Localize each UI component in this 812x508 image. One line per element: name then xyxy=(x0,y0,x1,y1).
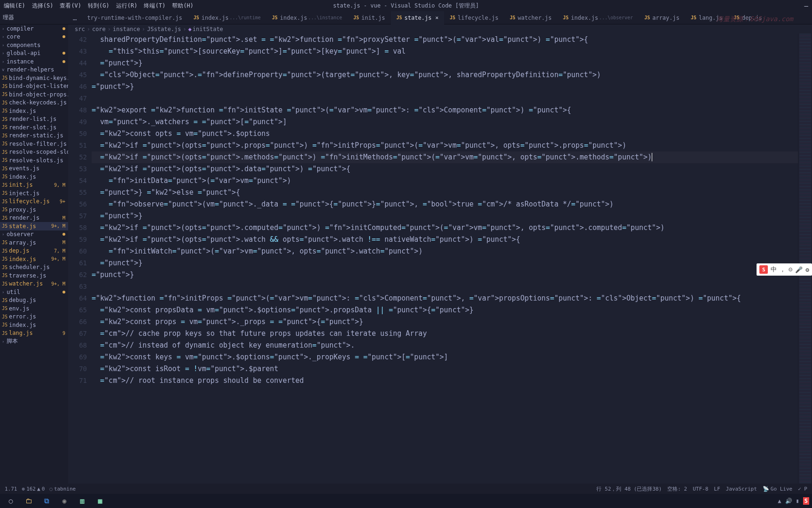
tab-index-js[interactable]: JSindex.js ...\observer xyxy=(557,11,639,24)
folder-item[interactable]: vrender-helpers xyxy=(0,66,68,74)
code-line[interactable]: ="cm">// instead of dynamic object key e… xyxy=(92,340,798,351)
code-line[interactable]: ="this">this="punct">[sourceKey="punct">… xyxy=(92,46,798,57)
code-line[interactable]: ="kw2">const opts = vm="punct">.$options xyxy=(92,128,798,140)
file-item[interactable]: JSindex.js9+, M xyxy=(0,255,68,263)
file-item[interactable]: JSerror.js xyxy=(0,313,68,321)
file-item[interactable]: JSscheduler.js xyxy=(0,263,68,272)
file-item[interactable]: JSproxy.js xyxy=(0,206,68,214)
file-item[interactable]: JSlifecycle.js9+ xyxy=(0,198,68,206)
breadcrumb-item[interactable]: src xyxy=(75,26,85,32)
code-line[interactable]: ="punct">} xyxy=(92,57,798,69)
code-line[interactable]: ="punct">} xyxy=(92,269,798,281)
file-item[interactable]: JSevents.js xyxy=(0,165,68,173)
tab-state-js[interactable]: JSstate.js✕ xyxy=(391,11,444,24)
file-item[interactable]: JSrender-static.js xyxy=(0,132,68,140)
code-editor[interactable]: 4243444546474849505152535455565758596061… xyxy=(68,34,812,484)
code-line[interactable]: ="kw2">if ="punct">(opts="punct">.props=… xyxy=(92,140,798,151)
ime-settings-icon[interactable]: ⚙ xyxy=(805,266,809,273)
ime-punct[interactable]: ， xyxy=(780,265,786,274)
file-item[interactable]: JSdep.js7, M xyxy=(0,247,68,255)
file-item[interactable]: JSstate.js9+, M xyxy=(0,222,68,230)
folder-item[interactable]: ›脚本 xyxy=(0,337,68,346)
tray-network-icon[interactable]: ▲ xyxy=(778,498,781,504)
ime-toolbar[interactable]: S 中 ， ☺ 🎤 ⚙ xyxy=(757,263,812,276)
code-line[interactable]: ="cm">// root instance props should be c… xyxy=(92,375,798,387)
menu-goto[interactable]: 转到(G) xyxy=(88,2,109,10)
ime-lang[interactable]: 中 xyxy=(771,265,777,274)
code-line[interactable]: ="punct">} xyxy=(92,257,798,269)
file-item[interactable]: JSwatcher.js9+, M xyxy=(0,280,68,288)
menu-view[interactable]: 查看(V) xyxy=(60,2,81,10)
file-item[interactable]: JSrender-slot.js xyxy=(0,123,68,132)
tab-try-runtime-with-compiler-js[interactable]: try-runtime-with-compiler.js xyxy=(81,11,187,24)
file-item[interactable]: JSinject.js xyxy=(0,189,68,198)
tray-lang-icon[interactable]: S xyxy=(803,497,809,505)
code-line[interactable]: ="kw2">if ="punct">(opts="punct">.data="… xyxy=(92,163,798,175)
status-spaces[interactable]: 空格: 2 xyxy=(667,485,687,492)
folder-item[interactable]: ›components xyxy=(0,41,68,49)
code-line[interactable]: ="kw2">const isRoot = !vm="punct">.$pare… xyxy=(92,363,798,375)
tray-volume-icon[interactable]: 🔊 xyxy=(785,498,792,504)
file-item[interactable]: JSindex.js xyxy=(0,107,68,115)
code-line[interactable]: ="kw2">const propsData = vm="punct">.$op… xyxy=(92,304,798,316)
breadcrumb[interactable]: src› core› instance› JS state.js› ◈ init… xyxy=(68,24,812,34)
taskbar-obs[interactable]: ◉ xyxy=(56,495,72,507)
code-line[interactable]: ="kw2">if ="punct">(opts="punct">.method… xyxy=(92,151,798,163)
file-item[interactable]: JSresolve-scoped-slots.js xyxy=(0,148,68,157)
status-errors[interactable]: ⊗ 162 ▲ 0 xyxy=(22,486,45,492)
file-item[interactable]: JSenv.js xyxy=(0,304,68,313)
status-line-col[interactable]: 行 52，列 48 (已选择38) xyxy=(596,485,662,492)
file-item[interactable]: JSbind-object-listeners.js xyxy=(0,82,68,91)
file-item[interactable]: JScheck-keycodes.js xyxy=(0,99,68,107)
taskbar-app[interactable]: ▦ xyxy=(92,495,108,507)
status-prettier-icon[interactable]: ✓ P xyxy=(798,486,807,492)
folder-item[interactable]: ›compiler xyxy=(0,24,68,33)
code-line[interactable]: ="kw2">const props = vm="punct">._props … xyxy=(92,316,798,328)
code-line[interactable]: ="kw2">function ="fn">initProps ="punct"… xyxy=(92,293,798,304)
code-line[interactable]: ="fn">initData="punct">(="var">vm="punct… xyxy=(92,175,798,187)
folder-item[interactable]: ›util xyxy=(0,288,68,296)
code-line[interactable] xyxy=(92,93,798,104)
status-language[interactable]: JavaScript xyxy=(726,486,757,492)
code-line[interactable]: vm="punct">._watchers = ="punct">[="punc… xyxy=(92,116,798,128)
explorer-sidebar[interactable]: ›compiler›core›components›global-api›ins… xyxy=(0,24,68,484)
taskbar-file-explorer[interactable]: 🗀 xyxy=(21,495,37,507)
file-item[interactable]: JSindex.js xyxy=(0,321,68,329)
file-item[interactable]: JStraverse.js xyxy=(0,271,68,280)
file-item[interactable]: JSresolve-slots.js xyxy=(0,156,68,165)
tray-battery-icon[interactable]: ▮ xyxy=(796,498,799,504)
code-line[interactable]: ="cls">Object="punct">.="fn">definePrope… xyxy=(92,69,798,81)
code-line[interactable]: ="kw2">const keys = vm="punct">.$options… xyxy=(92,351,798,363)
folder-item[interactable]: ›core xyxy=(0,33,68,41)
file-item[interactable]: JSbind-object-props.js xyxy=(0,90,68,99)
breadcrumb-item[interactable]: state.js xyxy=(154,26,181,32)
code-line[interactable]: ="fn">initWatch="punct">(="var">vm="punc… xyxy=(92,246,798,257)
breadcrumb-item[interactable]: initState xyxy=(193,26,223,32)
menu-run[interactable]: 运行(R) xyxy=(116,2,138,10)
code-line[interactable]: ="punct">} ="kw2">else ="punct">{ xyxy=(92,187,798,198)
file-item[interactable]: JSarray.jsM xyxy=(0,238,68,247)
tab-watcher-js[interactable]: JSwatcher.js xyxy=(504,11,557,24)
sogou-icon[interactable]: S xyxy=(759,265,768,274)
ime-mic-icon[interactable]: 🎤 xyxy=(795,266,803,273)
folder-item[interactable]: ›observer xyxy=(0,230,68,239)
code-line[interactable]: ="punct">} xyxy=(92,210,798,222)
file-item[interactable]: JSindex.js xyxy=(0,173,68,181)
file-item[interactable]: JSresolve-filter.js xyxy=(0,140,68,148)
close-icon[interactable]: ✕ xyxy=(435,15,438,21)
start-button[interactable]: ○ xyxy=(3,495,19,507)
menu-select[interactable]: 选择(S) xyxy=(32,2,54,10)
status-eol[interactable]: LF xyxy=(714,486,720,492)
breadcrumb-item[interactable]: instance xyxy=(113,26,140,32)
file-item[interactable]: JSlang.js9 xyxy=(0,329,68,338)
code-line[interactable]: ="kw2">if ="punct">(opts="punct">.comput… xyxy=(92,222,798,234)
code-line[interactable]: ="cm">// cache prop keys so that future … xyxy=(92,328,798,340)
code-line[interactable]: sharedPropertyDefinition="punct">.set = … xyxy=(92,34,798,46)
tab-lifecycle-js[interactable]: JSlifecycle.js xyxy=(444,11,504,24)
status-encoding[interactable]: UTF-8 xyxy=(693,486,708,492)
file-item[interactable]: JSinit.js9, M xyxy=(0,181,68,190)
taskbar-vscode[interactable]: ⧉ xyxy=(39,495,55,507)
code-line[interactable]: ="kw2">if ="punct">(opts="punct">.watch … xyxy=(92,234,798,246)
ime-emoji-icon[interactable]: ☺ xyxy=(789,266,792,273)
breadcrumb-item[interactable]: core xyxy=(92,26,106,32)
